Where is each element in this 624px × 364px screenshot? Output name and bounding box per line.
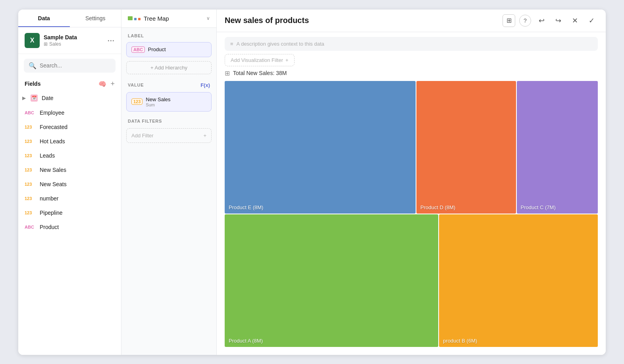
field-pipepline-label: Pipepline (40, 210, 63, 216)
add-visualization-filter-button[interactable]: Add Visualization Filter + (225, 54, 295, 66)
source-header: X Sample Data ⊞ Sales ⋯ (18, 27, 121, 54)
field-type-num: 123 (25, 139, 36, 144)
field-type-num: 123 (25, 210, 36, 215)
field-item-employee[interactable]: ABC Employee (18, 106, 121, 120)
field-new-seats-label: New Seats (40, 181, 67, 187)
field-hot-leads-label: Hot Leads (40, 138, 65, 144)
field-type-abc: ABC (25, 110, 36, 115)
value-field-pill[interactable]: 123 New Sales Sum (126, 92, 212, 112)
help-button[interactable]: ? (519, 15, 531, 27)
treemap-cell-product-d[interactable]: Product D (8M) (416, 81, 516, 214)
field-date-label: Date (42, 95, 54, 101)
field-item-hot-leads[interactable]: 123 Hot Leads (18, 134, 121, 148)
fields-header: Fields 🧠 + (18, 77, 121, 91)
field-item-new-sales[interactable]: 123 New Sales (18, 163, 121, 177)
treemap-cell-product-a[interactable]: Product A (8M) (225, 214, 438, 347)
treemap-row-2: Product A (8M) product B (6M) (225, 214, 598, 347)
treemap-label-product-b: product B (6M) (443, 338, 594, 344)
chart-type-dropdown-icon[interactable]: ∨ (206, 15, 210, 21)
summary-row: ⊞ Total New Sales: 38M (225, 69, 598, 77)
data-filters-title: DATA FILTERS (121, 113, 216, 126)
value-section-title: VALUE (128, 83, 200, 87)
field-product-label: Product (40, 224, 59, 230)
label-field-type-badge: ABC (131, 46, 145, 53)
close-button[interactable]: ✕ (568, 14, 581, 27)
expand-arrow-icon: ▶ (22, 95, 26, 101)
brain-icon[interactable]: 🧠 (98, 80, 106, 88)
table-icon: ⊞ (44, 41, 48, 47)
add-viz-filter-icon: + (285, 57, 289, 63)
label-field-name: Product (148, 46, 206, 52)
treemap-cell-product-e[interactable]: Product E (8M) (225, 81, 416, 214)
treemap-cell-product-b[interactable]: product B (6M) (439, 214, 598, 347)
field-list: ▶ 📅 Date ABC Employee 123 Forecasted 123… (18, 91, 121, 355)
field-leads-label: Leads (40, 152, 55, 159)
search-icon: 🔍 (29, 62, 37, 69)
field-item-new-seats[interactable]: 123 New Seats (18, 177, 121, 191)
treemap-cell-product-c[interactable]: Product C (7M) (517, 81, 598, 214)
field-item-pipepline[interactable]: 123 Pipepline (18, 206, 121, 220)
chart-title-input[interactable] (225, 16, 498, 25)
menu-icon: ≡ (230, 41, 233, 47)
treemap-label-product-c: Product C (7M) (521, 204, 594, 210)
right-header: ⊞ ? ↩ ↪ ✕ ✓ (217, 10, 606, 32)
field-type-num: 123 (25, 182, 36, 187)
summary-text: Total New Sales: 38M (233, 70, 287, 76)
field-item-date[interactable]: ▶ 📅 Date (18, 91, 121, 106)
add-filter-plus-icon: + (203, 133, 206, 139)
left-panel: Data Settings X Sample Data ⊞ Sales ⋯ 🔍 … (18, 10, 121, 355)
field-item-number[interactable]: 123 number (18, 191, 121, 206)
fx-button[interactable]: F(x) (200, 82, 210, 88)
field-forecasted-label: Forecasted (40, 124, 67, 130)
source-table: ⊞ Sales (44, 41, 103, 47)
header-actions: ⊞ ? ↩ ↪ ✕ ✓ (503, 14, 598, 27)
field-type-num: 123 (25, 153, 36, 158)
filter-bar: Add Visualization Filter + (225, 54, 598, 66)
field-type-abc: ABC (25, 225, 36, 229)
date-icon: 📅 (31, 94, 38, 102)
source-info: Sample Data ⊞ Sales (44, 34, 103, 47)
value-field-type-badge: 123 (131, 98, 143, 105)
tab-settings[interactable]: Settings (70, 10, 121, 27)
description-placeholder[interactable]: A description gives context to this data (237, 41, 324, 47)
excel-icon: X (25, 33, 40, 48)
add-filter-label: Add Filter (131, 133, 154, 139)
field-type-num: 123 (25, 168, 36, 172)
tab-data[interactable]: Data (18, 10, 70, 27)
summary-icon: ⊞ (225, 69, 230, 77)
right-panel: ⊞ ? ↩ ↪ ✕ ✓ ≡ A description gives contex… (217, 10, 606, 355)
value-field-sub: Sum (146, 102, 206, 107)
field-item-forecasted[interactable]: 123 Forecasted (18, 120, 121, 134)
add-field-button[interactable]: + (110, 80, 115, 88)
search-box: 🔍 (24, 59, 116, 73)
field-new-sales-label: New Sales (40, 167, 66, 173)
treemap-icon (128, 16, 141, 20)
fields-title: Fields (25, 81, 96, 87)
value-field-name: New Sales (146, 96, 206, 102)
add-filter-button[interactable]: Add Filter + (126, 128, 212, 143)
field-item-leads[interactable]: 123 Leads (18, 148, 121, 163)
chart-type-selector[interactable]: Tree Map ∨ (121, 10, 216, 28)
source-name: Sample Data (44, 34, 103, 40)
treemap-label-product-e: Product E (8M) (229, 204, 412, 210)
add-hierarchy-button[interactable]: + Add Hierarchy (126, 61, 212, 74)
field-item-product[interactable]: ABC Product (18, 220, 121, 234)
search-input[interactable] (40, 62, 111, 69)
label-field-pill[interactable]: ABC Product (126, 42, 212, 57)
confirm-button[interactable]: ✓ (585, 14, 598, 27)
undo-button[interactable]: ↩ (535, 14, 548, 27)
add-viz-filter-label: Add Visualization Filter (231, 57, 283, 63)
treemap-label-product-d: Product D (8M) (420, 204, 512, 210)
label-section-title: LABEL (121, 28, 216, 40)
more-button[interactable]: ⋯ (107, 36, 115, 45)
tab-bar: Data Settings (18, 10, 121, 27)
treemap-label-product-a: Product A (8M) (229, 338, 434, 344)
grid-view-button[interactable]: ⊞ (503, 14, 515, 27)
treemap-container: Product E (8M) Product D (8M) Product C … (225, 81, 598, 347)
redo-button[interactable]: ↪ (552, 14, 564, 27)
description-box: ≡ A description gives context to this da… (225, 37, 598, 51)
middle-panel: Tree Map ∨ LABEL ABC Product + Add Hiera… (121, 10, 217, 355)
field-type-num: 123 (25, 125, 36, 129)
field-number-label: number (40, 195, 58, 202)
chart-type-label: Tree Map (144, 15, 203, 22)
